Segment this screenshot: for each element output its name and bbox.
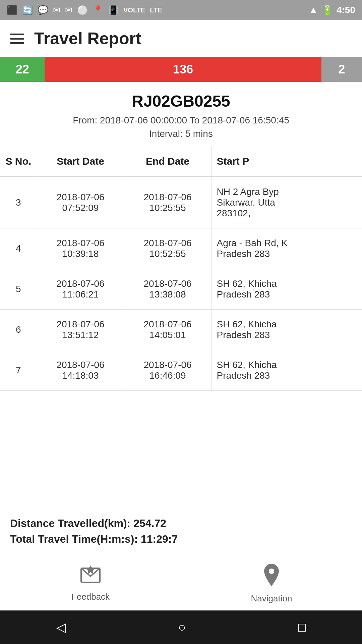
cell-end-date: 2018-07-06 14:05:01 bbox=[124, 310, 211, 350]
page-title: Travel Report bbox=[34, 29, 141, 48]
volte-icon: VOLTE bbox=[123, 6, 145, 14]
report-header: RJ02GB0255 From: 2018-07-06 00:00:00 To … bbox=[0, 82, 362, 146]
status-bar-left: ⬛ 🔄 💬 ✉ ✉ ⚪ 📍 📳 VOLTE LTE bbox=[7, 5, 162, 15]
cell-start-place: NH 2 Agra Byp Sikarwar, Utta 283102, bbox=[211, 177, 362, 228]
cell-sno: 7 bbox=[0, 350, 37, 391]
lte-icon: LTE bbox=[150, 6, 162, 14]
hamburger-line2 bbox=[10, 38, 24, 40]
navigation-icon bbox=[263, 564, 280, 590]
vibrate-icon: 📳 bbox=[108, 5, 119, 15]
bottom-nav: Feedback Navigation bbox=[0, 557, 362, 610]
android-nav-bar: ◁ ○ □ bbox=[0, 610, 362, 644]
col-header-start-date: Start Date bbox=[37, 146, 124, 177]
cell-start-date: 2018-07-06 07:52:09 bbox=[37, 177, 124, 228]
summary-section: Distance Travelled(km): 254.72 Total Tra… bbox=[0, 507, 362, 557]
svg-marker-1 bbox=[86, 566, 95, 574]
cell-start-place: SH 62, Khicha Pradesh 283 bbox=[211, 269, 362, 310]
stats-red: 136 bbox=[45, 57, 321, 82]
svg-point-2 bbox=[269, 569, 274, 574]
col-header-sno: S No. bbox=[0, 146, 37, 177]
cell-sno: 4 bbox=[0, 228, 37, 269]
navigation-nav-item[interactable]: Navigation bbox=[181, 558, 362, 609]
cell-sno: 3 bbox=[0, 177, 37, 228]
stats-gray: 2 bbox=[321, 57, 362, 82]
travel-table: S No. Start Date End Date Start P 32018-… bbox=[0, 146, 362, 507]
cell-sno: 6 bbox=[0, 310, 37, 350]
vehicle-id: RJ02GB0255 bbox=[7, 92, 355, 110]
hamburger-line3 bbox=[10, 42, 24, 44]
stats-bar: 22 136 2 bbox=[0, 57, 362, 82]
location-icon: 📍 bbox=[93, 5, 103, 15]
stats-green: 22 bbox=[0, 57, 45, 82]
table-row: 62018-07-06 13:51:122018-07-06 14:05:01S… bbox=[0, 310, 362, 350]
recents-button[interactable]: □ bbox=[298, 620, 306, 635]
cell-start-date: 2018-07-06 13:51:12 bbox=[37, 310, 124, 350]
cell-end-date: 2018-07-06 10:52:55 bbox=[124, 228, 211, 269]
app-bar: Travel Report bbox=[0, 20, 362, 57]
cell-start-date: 2018-07-06 10:39:18 bbox=[37, 228, 124, 269]
feedback-nav-item[interactable]: Feedback bbox=[0, 560, 181, 607]
cell-start-date: 2018-07-06 11:06:21 bbox=[37, 269, 124, 310]
circle-icon: ⚪ bbox=[77, 5, 88, 15]
interval: Interval: 5 mins bbox=[7, 128, 355, 139]
table-row: 72018-07-06 14:18:032018-07-06 16:46:09S… bbox=[0, 350, 362, 391]
table-header-row: S No. Start Date End Date Start P bbox=[0, 146, 362, 177]
cell-end-date: 2018-07-06 16:46:09 bbox=[124, 350, 211, 391]
cell-start-place: Agra - Bah Rd, K Pradesh 283 bbox=[211, 228, 362, 269]
table-row: 42018-07-06 10:39:182018-07-06 10:52:55A… bbox=[0, 228, 362, 269]
travel-time-summary: Total Travel Time(H:m:s): 11:29:7 bbox=[10, 533, 352, 545]
feedback-label: Feedback bbox=[71, 592, 110, 602]
cell-start-place: SH 62, Khicha Pradesh 283 bbox=[211, 310, 362, 350]
battery-icon: 🔋 bbox=[321, 5, 333, 16]
table-row: 52018-07-06 11:06:212018-07-06 13:38:08S… bbox=[0, 269, 362, 310]
cell-start-date: 2018-07-06 14:18:03 bbox=[37, 350, 124, 391]
col-header-end-date: End Date bbox=[124, 146, 211, 177]
col-header-start-place: Start P bbox=[211, 146, 362, 177]
distance-summary: Distance Travelled(km): 254.72 bbox=[10, 517, 352, 530]
home-button[interactable]: ○ bbox=[178, 620, 186, 635]
date-range: From: 2018-07-06 00:00:00 To 2018-07-06 … bbox=[7, 115, 355, 126]
status-bar-right: ▲ 🔋 4:50 bbox=[309, 5, 355, 16]
sync-icon: 🔄 bbox=[22, 5, 33, 15]
gmail-icon: ✉ bbox=[53, 5, 60, 15]
hamburger-line1 bbox=[10, 34, 24, 35]
table-row: 32018-07-06 07:52:092018-07-06 10:25:55N… bbox=[0, 177, 362, 228]
cell-sno: 5 bbox=[0, 269, 37, 310]
signal-icon: ▲ bbox=[309, 5, 318, 15]
menu-button[interactable] bbox=[10, 34, 24, 44]
gmail2-icon: ✉ bbox=[65, 5, 72, 15]
feedback-icon bbox=[80, 566, 101, 588]
status-bar: ⬛ 🔄 💬 ✉ ✉ ⚪ 📍 📳 VOLTE LTE ▲ 🔋 4:50 bbox=[0, 0, 362, 20]
cell-end-date: 2018-07-06 10:25:55 bbox=[124, 177, 211, 228]
time-display: 4:50 bbox=[337, 5, 355, 15]
cell-start-place: SH 62, Khicha Pradesh 283 bbox=[211, 350, 362, 391]
messages-icon: ⬛ bbox=[7, 5, 17, 15]
whatsapp-icon: 💬 bbox=[38, 5, 48, 15]
back-button[interactable]: ◁ bbox=[56, 620, 66, 635]
cell-end-date: 2018-07-06 13:38:08 bbox=[124, 269, 211, 310]
navigation-label: Navigation bbox=[251, 593, 292, 604]
